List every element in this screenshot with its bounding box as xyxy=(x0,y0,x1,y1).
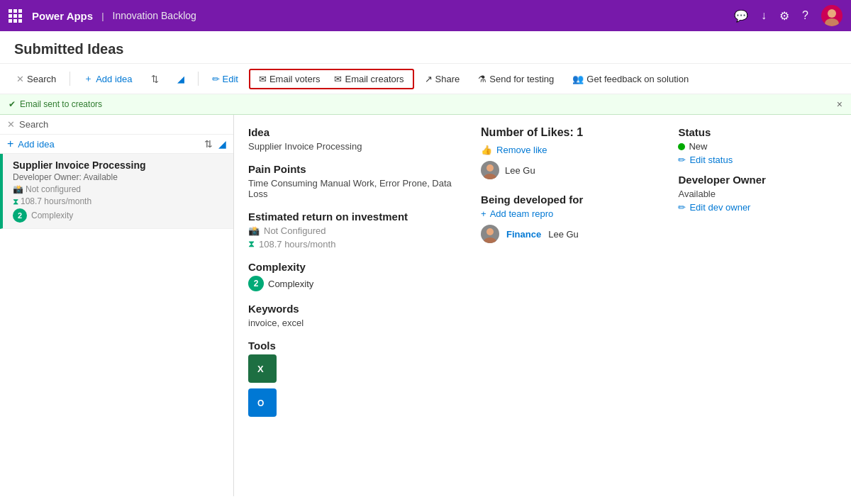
edit-dev-owner-label: Edit dev owner xyxy=(689,202,750,213)
banner-close-button[interactable]: × xyxy=(837,99,842,110)
search-button[interactable]: ✕ Search xyxy=(9,69,64,89)
roi-configured-row: 📸 Not Configured xyxy=(248,225,460,236)
roi-icon: 📸 xyxy=(13,184,23,194)
idea-meta: 📸 Not configured xyxy=(13,184,226,194)
likes-user-avatar xyxy=(481,161,499,179)
toolbar-divider-2 xyxy=(198,72,199,86)
feedback-icon[interactable]: 💬 xyxy=(734,9,748,23)
filter-ideas-icon[interactable]: ◢ xyxy=(218,138,226,150)
idea-meta-2: ⧗ 108.7 hours/month xyxy=(13,196,226,206)
remove-like-button[interactable]: 👍 Remove like xyxy=(481,145,657,155)
keywords-value: invoice, excel xyxy=(248,318,460,328)
being-developed-label: Being developed for xyxy=(481,194,657,206)
email-icon: ✉ xyxy=(259,74,267,84)
get-feedback-button[interactable]: 👥 Get feedback on solution xyxy=(564,69,696,89)
status-value-row: New xyxy=(678,141,837,152)
idea-item[interactable]: Supplier Invoice Processing Developer Ow… xyxy=(0,154,233,229)
svg-text:O: O xyxy=(257,398,264,408)
team-person: Lee Gu xyxy=(548,229,579,240)
add-idea-actions: ⇅ ◢ xyxy=(204,138,226,150)
tool-outlook-icon: O xyxy=(248,388,277,417)
share-icon: ↗ xyxy=(425,74,433,84)
status-value: New xyxy=(689,141,707,152)
send-testing-button[interactable]: ⚗ Send for testing xyxy=(470,69,562,89)
complexity-label: Complexity xyxy=(31,211,73,220)
topnav: Power Apps | Innovation Backlog 💬 ↓ ⚙ ? xyxy=(0,0,851,31)
edit-dev-owner-button[interactable]: ✏ Edit dev owner xyxy=(678,202,837,213)
idea-complexity-row: 2 Complexity xyxy=(13,208,226,223)
complexity-badge-lg: 2 xyxy=(248,276,264,291)
success-message: Email sent to creators xyxy=(20,99,102,109)
edit-dev-owner-icon: ✏ xyxy=(678,202,686,213)
topnav-separator: | xyxy=(101,11,104,21)
add-team-icon: + xyxy=(481,208,486,219)
send-testing-label: Send for testing xyxy=(489,74,554,84)
edit-status-button[interactable]: ✏ Edit status xyxy=(678,155,837,165)
team-dept: Finance xyxy=(506,229,541,240)
user-avatar[interactable] xyxy=(821,5,842,26)
close-icon: ✕ xyxy=(16,74,24,84)
email-voters-button[interactable]: ✉ Email voters xyxy=(252,70,328,88)
svg-text:X: X xyxy=(257,364,264,374)
help-icon[interactable]: ? xyxy=(802,9,808,22)
complexity-row: 2 Complexity xyxy=(248,276,460,291)
filter-button[interactable]: ◢ xyxy=(169,69,192,89)
keywords-label: Keywords xyxy=(248,303,460,315)
highlighted-email-group: ✉ Email voters ✉ Email creators xyxy=(249,69,414,89)
add-idea-text: Add idea xyxy=(18,139,54,150)
dev-owner-value: Available xyxy=(678,189,837,199)
edit-status-icon: ✏ xyxy=(678,155,686,165)
download-icon[interactable]: ↓ xyxy=(761,9,767,22)
add-idea-btn[interactable]: + Add idea xyxy=(7,138,55,150)
search-x-icon[interactable]: ✕ xyxy=(7,119,15,130)
idea-item-inner: Supplier Invoice Processing Developer Ow… xyxy=(3,159,226,223)
hours-value: 108.7 hours/month xyxy=(21,196,91,206)
sort-ideas-icon[interactable]: ⇅ xyxy=(204,138,213,150)
idea-section-value: Supplier Invoice Processing xyxy=(248,141,460,152)
edit-label: Edit xyxy=(223,74,238,84)
add-idea-button[interactable]: ＋ Add idea xyxy=(76,68,140,89)
topnav-app-name: Innovation Backlog xyxy=(113,10,196,21)
search-bar[interactable]: ✕ Search xyxy=(0,115,233,135)
svg-point-0 xyxy=(828,9,836,18)
team-entry-row: Finance Lee Gu xyxy=(481,225,657,243)
page-title: Submitted Ideas xyxy=(14,41,837,57)
roi-configured-icon: 📸 xyxy=(248,225,260,236)
svg-point-6 xyxy=(486,164,494,172)
add-team-label: Add team repro xyxy=(490,208,554,219)
feedback-icon-2: 👥 xyxy=(572,74,584,84)
add-team-button[interactable]: + Add team repro xyxy=(481,208,657,219)
svg-point-8 xyxy=(486,228,494,235)
search-label: Search xyxy=(27,74,56,84)
idea-title: Supplier Invoice Processing xyxy=(13,159,226,171)
filter-icon: ◢ xyxy=(177,74,184,84)
edit-status-label: Edit status xyxy=(689,155,733,165)
detail-col2: Number of Likes: 1 👍 Remove like Lee Gu … xyxy=(481,126,657,485)
team-user-avatar xyxy=(481,225,499,243)
waffle-icon[interactable] xyxy=(9,9,22,23)
status-label: Status xyxy=(678,126,837,138)
sort-button[interactable]: ⇅ xyxy=(143,69,167,89)
edit-button[interactable]: ✏ Edit xyxy=(204,69,246,89)
settings-icon[interactable]: ⚙ xyxy=(779,9,789,23)
pain-points-label: Pain Points xyxy=(248,163,460,175)
dev-owner-label: Developer Owner xyxy=(678,174,837,186)
add-idea-label: Add idea xyxy=(96,74,132,84)
flask-icon: ⚗ xyxy=(478,74,486,84)
status-dot xyxy=(678,143,685,150)
hours-icon: ⧗ xyxy=(13,196,18,206)
detail-col3: Status New ✏ Edit status Developer Owner… xyxy=(678,126,837,485)
svg-point-1 xyxy=(825,18,839,26)
remove-like-label: Remove like xyxy=(496,145,547,155)
roi-hours-value: 108.7 hours/month xyxy=(259,239,335,250)
email-voters-label: Email voters xyxy=(269,74,321,84)
complexity-section-label: Complexity xyxy=(248,261,460,273)
email-creators-button[interactable]: ✉ Email creators xyxy=(327,70,411,88)
svg-point-9 xyxy=(484,237,496,243)
topnav-left: Power Apps | Innovation Backlog xyxy=(9,9,196,23)
share-button[interactable]: ↗ Share xyxy=(417,69,468,89)
edit-icon: ✏ xyxy=(212,74,220,84)
roi-configured-value: Not Configured xyxy=(264,225,326,236)
share-label: Share xyxy=(435,74,460,84)
roi-label: Not configured xyxy=(26,184,81,194)
